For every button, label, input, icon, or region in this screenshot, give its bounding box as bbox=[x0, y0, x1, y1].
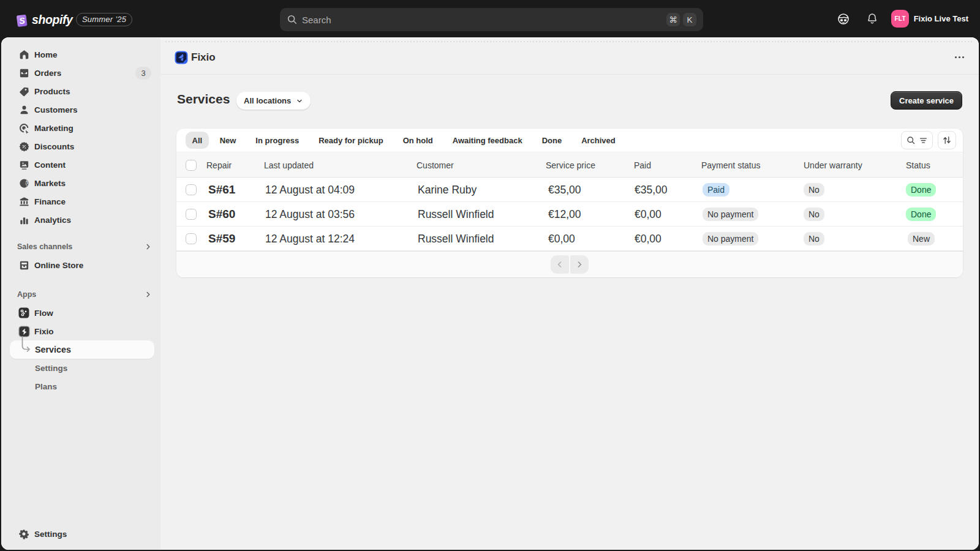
svg-text:$: $ bbox=[24, 180, 28, 186]
